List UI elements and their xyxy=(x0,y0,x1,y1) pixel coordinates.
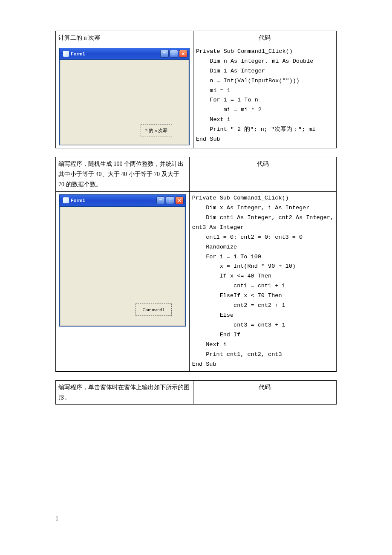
titlebar[interactable]: Form1 xyxy=(60,195,185,207)
page-number: 1 xyxy=(55,515,337,522)
minimize-button[interactable] xyxy=(160,50,169,58)
example-table-1: 计算二的 n 次幂 代码 Form1 2 的 n 次幂 xyxy=(55,31,337,148)
window-buttons xyxy=(160,50,187,58)
example-table-3: 编写程序，单击窗体时在窗体上输出如下所示的图形。 代码 xyxy=(55,380,337,405)
maximize-button[interactable] xyxy=(170,50,178,58)
form-title: Form1 xyxy=(71,50,85,58)
form-title: Form1 xyxy=(71,197,85,205)
code-header-cell: 代码 xyxy=(193,380,336,405)
minimize-button[interactable] xyxy=(156,197,165,204)
code-header-cell: 代码 xyxy=(189,157,336,191)
form-client-area: 2 的 n 次幂 xyxy=(60,60,189,145)
maximize-button[interactable] xyxy=(166,197,174,204)
close-button[interactable] xyxy=(175,197,184,204)
form-client-area: Command1 xyxy=(60,207,185,326)
titlebar[interactable]: Form1 xyxy=(60,48,189,60)
vb-form-window: Form1 2 的 n 次幂 xyxy=(59,48,190,146)
command-button[interactable]: 2 的 n 次幂 xyxy=(141,124,172,137)
description-cell: 编写程序，随机生成 100 个两位整数，并统计出其中小于等于 40、大于 40 … xyxy=(56,157,190,191)
code-header-cell: 代码 xyxy=(193,31,336,45)
description-cell: 计算二的 n 次幂 xyxy=(56,31,193,45)
command-button[interactable]: Command1 xyxy=(135,304,172,316)
window-buttons xyxy=(156,197,184,204)
form-screenshot-cell: Form1 2 的 n 次幂 xyxy=(56,45,193,148)
example-table-2: 编写程序，随机生成 100 个两位整数，并统计出其中小于等于 40、大于 40 … xyxy=(55,157,337,371)
vb-form-window: Form1 Command1 xyxy=(59,194,186,327)
code-cell: Private Sub Command1_Click() Dim x As In… xyxy=(189,191,336,371)
form-icon xyxy=(63,51,69,57)
close-button[interactable] xyxy=(179,50,187,58)
code-cell: Private Sub Command1_Click() Dim n As In… xyxy=(193,45,336,148)
form-icon xyxy=(63,197,69,203)
description-cell: 编写程序，单击窗体时在窗体上输出如下所示的图形。 xyxy=(56,380,193,405)
form-screenshot-cell: Form1 Command1 xyxy=(56,191,190,371)
